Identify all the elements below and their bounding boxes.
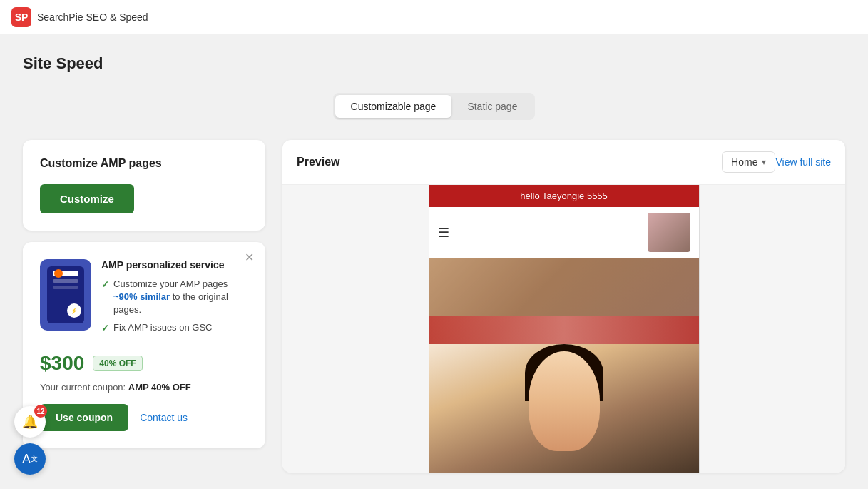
coupon-text: Your current coupon: AMP 40% OFF <box>40 382 248 393</box>
page-selector-value: Home <box>731 156 757 168</box>
contact-link[interactable]: Contact us <box>140 412 188 423</box>
page-title: Site Speed <box>23 54 845 73</box>
promo-card: ✕ ⚡ AMP personalized service <box>23 242 265 448</box>
promo-feature-text-1: Customize your AMP pages ~90% similar to… <box>113 278 248 317</box>
action-row: Use coupon Contact us <box>40 404 248 431</box>
preview-header: Preview Home ▾ View full site <box>282 140 845 185</box>
tab-static[interactable]: Static page <box>451 95 533 118</box>
phone-screen-icon: ⚡ <box>47 266 84 323</box>
site-logo-inner <box>648 213 690 252</box>
customize-card: Customize AMP pages Customize <box>23 140 265 231</box>
discount-badge: 40% OFF <box>93 356 142 371</box>
app-icon: SP <box>11 7 31 27</box>
floating-buttons: 🔔 12 A 文 <box>14 406 46 475</box>
phone-preview: hello Taeyongie 5555 ☰ <box>429 185 700 473</box>
tab-switcher: Customizable page Static page <box>333 93 536 120</box>
site-content-image <box>429 344 699 473</box>
view-full-site-link[interactable]: View full site <box>775 156 831 168</box>
notification-bell-button[interactable]: 🔔 12 <box>14 406 46 438</box>
check-icon-1: ✓ <box>101 278 109 291</box>
main-content: Site Speed Customizable page Static page… <box>0 34 868 489</box>
face-shape <box>529 351 600 451</box>
page-selector[interactable]: Home ▾ <box>722 151 775 173</box>
price-section: $300 40% OFF <box>40 352 248 375</box>
price-value: $300 <box>40 352 84 375</box>
translate-icon: A <box>22 452 31 467</box>
translate-button[interactable]: A 文 <box>14 443 46 475</box>
phone-preview-container: hello Taeyongie 5555 ☰ <box>282 185 845 473</box>
customize-button[interactable]: Customize <box>40 184 134 213</box>
site-nav: ☰ <box>429 207 699 258</box>
chevron-down-icon: ▾ <box>762 157 766 167</box>
promo-text-area: AMP personalized service ✓ Customize you… <box>101 259 248 339</box>
tab-customizable[interactable]: Customizable page <box>335 95 452 118</box>
promo-feature-2: ✓ Fix AMP issues on GSC <box>101 321 248 335</box>
notification-badge: 12 <box>34 405 47 418</box>
promo-header: ⚡ AMP personalized service ✓ Customize y… <box>40 259 248 339</box>
translate-sub-icon: 文 <box>31 454 38 464</box>
phone-bar2-icon <box>53 279 78 283</box>
site-logo <box>648 213 690 252</box>
site-banner: hello Taeyongie 5555 <box>429 185 699 207</box>
coupon-code: AMP 40% OFF <box>128 382 191 393</box>
customize-card-title: Customize AMP pages <box>40 157 248 170</box>
phone-bar-icon <box>53 271 78 276</box>
promo-feature-text-2: Fix AMP issues on GSC <box>113 321 212 334</box>
use-coupon-button[interactable]: Use coupon <box>40 404 128 431</box>
promo-feature-1: ✓ Customize your AMP pages ~90% similar … <box>101 278 248 317</box>
highlight-text: ~90% similar <box>113 291 170 302</box>
app-title: SearchPie SEO & Speed <box>37 11 148 23</box>
preview-label: Preview <box>297 156 710 168</box>
hamburger-icon[interactable]: ☰ <box>438 225 449 241</box>
top-bar: SP SearchPie SEO & Speed <box>0 0 868 34</box>
hero-railing <box>429 316 699 344</box>
promo-icon-box: ⚡ <box>40 259 91 331</box>
site-hero-image <box>429 258 699 344</box>
columns: Customize AMP pages Customize ✕ ⚡ <box>23 140 845 473</box>
preview-panel: Preview Home ▾ View full site hello Taey… <box>282 140 845 473</box>
promo-close-button[interactable]: ✕ <box>245 251 254 264</box>
speed-badge-icon: ⚡ <box>67 303 81 318</box>
coupon-label: Your current coupon: <box>40 382 126 393</box>
left-panel: Customize AMP pages Customize ✕ ⚡ <box>23 140 265 473</box>
check-icon-2: ✓ <box>101 322 109 335</box>
phone-bar3-icon <box>53 286 78 289</box>
promo-service-title: AMP personalized service <box>101 259 248 271</box>
